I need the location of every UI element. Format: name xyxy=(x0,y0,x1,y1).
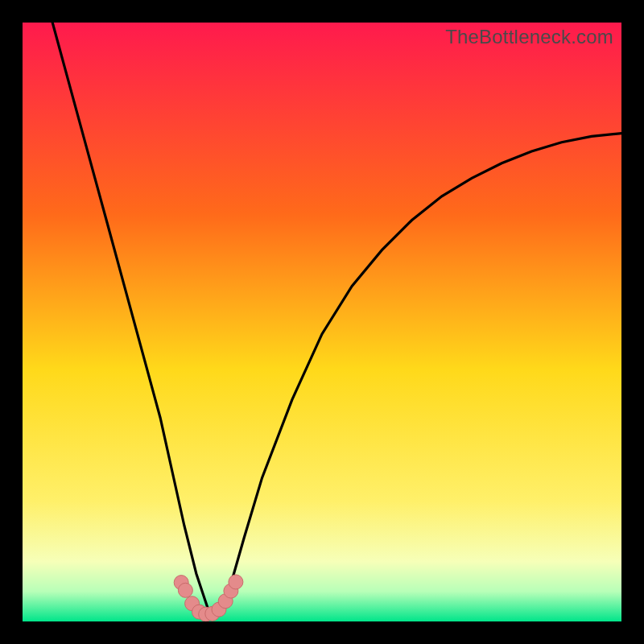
gradient-background xyxy=(23,23,621,621)
chart-frame: TheBottleneck.com xyxy=(23,23,621,621)
watermark-text: TheBottleneck.com xyxy=(445,26,613,48)
marker-dot xyxy=(178,583,192,597)
marker-dot xyxy=(229,575,243,589)
bottleneck-chart xyxy=(23,23,621,621)
